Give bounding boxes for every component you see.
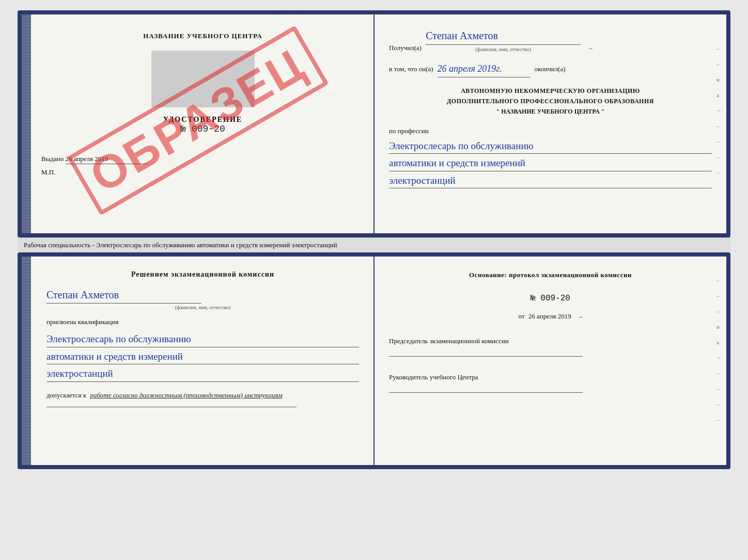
chairman-label: Председатель экзаменационной комиссии bbox=[389, 335, 712, 347]
bottom-left-page: Решением экзаменационной комиссии Степан… bbox=[22, 257, 375, 465]
side-mark-6: – bbox=[716, 169, 722, 175]
specialty-bar: Рабочая специальность - Электрослесарь п… bbox=[18, 237, 730, 252]
b-side-mark-arrow: ← bbox=[716, 355, 722, 361]
b-side-mark-1: – bbox=[716, 277, 722, 283]
b-side-mark-4: – bbox=[716, 370, 722, 376]
b-side-mark-7: – bbox=[716, 417, 722, 423]
side-marks-top: – – и а ← – – – – bbox=[716, 45, 722, 175]
side-mark-4: – bbox=[716, 138, 722, 145]
profession-line3: электростанций bbox=[389, 173, 712, 189]
spine-decoration-bottom bbox=[22, 257, 31, 465]
qualification-block: Электрослесарь по обслуживанию автоматик… bbox=[46, 332, 359, 382]
date-label: от bbox=[519, 312, 525, 320]
org-line2: ДОПОЛНИТЕЛЬНОГО ПРОФЕССИОНАЛЬНОГО ОБРАЗО… bbox=[389, 96, 712, 106]
dash1: – bbox=[589, 42, 593, 54]
admitted-label: допускается к bbox=[46, 391, 86, 399]
issued-date: 26 апреля 2019 bbox=[66, 155, 148, 164]
person-block: Степан Ахметов (фамилия, имя, отчество) bbox=[46, 286, 359, 312]
date-value: 26 апреля 2019 bbox=[528, 312, 571, 320]
completion-date: 26 апреля 2019г. bbox=[438, 61, 531, 77]
recipient-block: Степан Ахметов (фамилия, имя, отчество) bbox=[426, 27, 581, 54]
institution-name-top: НАЗВАНИЕ УЧЕБНОГО ЦЕНТРА bbox=[41, 32, 364, 40]
org-block: АВТОНОМНУЮ НЕКОММЕРЧЕСКУЮ ОРГАНИЗАЦИЮ ДО… bbox=[389, 86, 712, 117]
cert-title: УДОСТОВЕРЕНИЕ bbox=[41, 116, 364, 124]
okonchl-label: окончил(а) bbox=[535, 63, 566, 75]
date-dash: – bbox=[579, 312, 583, 320]
side-mark-2: – bbox=[716, 61, 722, 67]
specialty-text: Рабочая специальность - Электрослесарь п… bbox=[24, 241, 337, 249]
bottom-left-content: Решением экзаменационной комиссии Степан… bbox=[46, 269, 359, 407]
b-side-mark-6: – bbox=[716, 401, 722, 407]
cert-number: № 009-20 bbox=[41, 124, 364, 134]
profession-line2: автоматики и средств измерений bbox=[389, 156, 712, 171]
admitted-block: допускается к работе согласно должностны… bbox=[46, 390, 359, 401]
vtom-line: в том, что он(а) 26 апреля 2019г. окончи… bbox=[389, 61, 712, 77]
bottom-right-page: Основание: протокол экзаменационной коми… bbox=[375, 257, 726, 465]
vtom-label: в том, что он(а) bbox=[389, 63, 433, 75]
protocol-number: № 009-20 bbox=[389, 291, 712, 306]
side-marks-bottom: – – – и а ← – – – – bbox=[716, 277, 722, 423]
recipient-sublabel: (фамилия, имя, отчество) bbox=[426, 45, 581, 54]
qual-line2: автоматики и средств измерений bbox=[46, 349, 359, 365]
issued-label: Выдано bbox=[41, 155, 64, 163]
person-name: Степан Ахметов bbox=[46, 286, 201, 303]
basis-label: Основание: протокол экзаменационной коми… bbox=[389, 269, 712, 281]
date-line: от 26 апреля 2019 – bbox=[389, 310, 712, 322]
side-mark-a: а bbox=[716, 92, 722, 98]
recipient-line: Получил(а) Степан Ахметов (фамилия, имя,… bbox=[389, 27, 712, 54]
issued-line: Выдано 26 апреля 2019 bbox=[41, 155, 364, 164]
side-mark-1: – bbox=[716, 45, 722, 52]
side-mark-arrow: ← bbox=[716, 107, 722, 114]
person-sublabel: (фамилия, имя, отчество) bbox=[46, 303, 359, 312]
b-side-mark-i: и bbox=[716, 324, 722, 330]
po-professii: по профессии bbox=[389, 127, 429, 135]
profession-block: по профессии Электрослесарь по обслужива… bbox=[389, 125, 712, 189]
b-side-mark-5: – bbox=[716, 386, 722, 392]
b-side-mark-a: а bbox=[716, 339, 722, 345]
stamp-placeholder bbox=[151, 51, 255, 107]
side-mark-5: – bbox=[716, 154, 722, 160]
top-left-page: НАЗВАНИЕ УЧЕБНОГО ЦЕНТРА УДОСТОВЕРЕНИЕ №… bbox=[22, 14, 375, 233]
b-side-mark-3: – bbox=[716, 308, 722, 314]
bottom-right-content: Основание: протокол экзаменационной коми… bbox=[389, 269, 712, 393]
side-mark-3: – bbox=[716, 123, 722, 129]
assigned-label: присвоена квалификация bbox=[46, 317, 359, 328]
chairman-block: Председатель экзаменационной комиссии bbox=[389, 335, 712, 357]
recipient-name: Степан Ахметов bbox=[426, 27, 581, 45]
cert-block: УДОСТОВЕРЕНИЕ № 009-20 bbox=[41, 116, 364, 134]
org-line3: " НАЗВАНИЕ УЧЕБНОГО ЦЕНТРА " bbox=[389, 106, 712, 117]
spine-decoration bbox=[22, 14, 31, 233]
profession-line1: Электрослесарь по обслуживанию bbox=[389, 139, 712, 154]
org-line1: АВТОНОМНУЮ НЕКОММЕРЧЕСКУЮ ОРГАНИЗАЦИЮ bbox=[389, 86, 712, 96]
admitted-text: работе согласно должностным (производств… bbox=[90, 391, 282, 399]
top-left-content: НАЗВАНИЕ УЧЕБНОГО ЦЕНТРА УДОСТОВЕРЕНИЕ №… bbox=[36, 27, 359, 177]
qual-line3: электростанций bbox=[46, 366, 359, 382]
document-wrapper: НАЗВАНИЕ УЧЕБНОГО ЦЕНТРА УДОСТОВЕРЕНИЕ №… bbox=[18, 10, 730, 469]
received-label: Получил(а) bbox=[389, 42, 422, 54]
b-side-mark-2: – bbox=[716, 293, 722, 299]
head-sig-line bbox=[389, 392, 583, 393]
bottom-line-left bbox=[46, 407, 297, 407]
decision-label: Решением экзаменационной комиссии bbox=[46, 269, 359, 280]
side-mark-i: и bbox=[716, 76, 722, 83]
qual-line1: Электрослесарь по обслуживанию bbox=[46, 332, 359, 347]
chairman-sig-line bbox=[389, 356, 583, 357]
head-block: Руководитель учебного Центра bbox=[389, 371, 712, 393]
top-right-content: Получил(а) Степан Ахметов (фамилия, имя,… bbox=[389, 27, 712, 188]
mp-label: М.П. bbox=[41, 168, 364, 177]
bottom-document: Решением экзаменационной комиссии Степан… bbox=[18, 252, 730, 469]
head-label: Руководитель учебного Центра bbox=[389, 371, 712, 383]
top-right-page: Получил(а) Степан Ахметов (фамилия, имя,… bbox=[375, 14, 726, 233]
top-document: НАЗВАНИЕ УЧЕБНОГО ЦЕНТРА УДОСТОВЕРЕНИЕ №… bbox=[18, 10, 730, 237]
